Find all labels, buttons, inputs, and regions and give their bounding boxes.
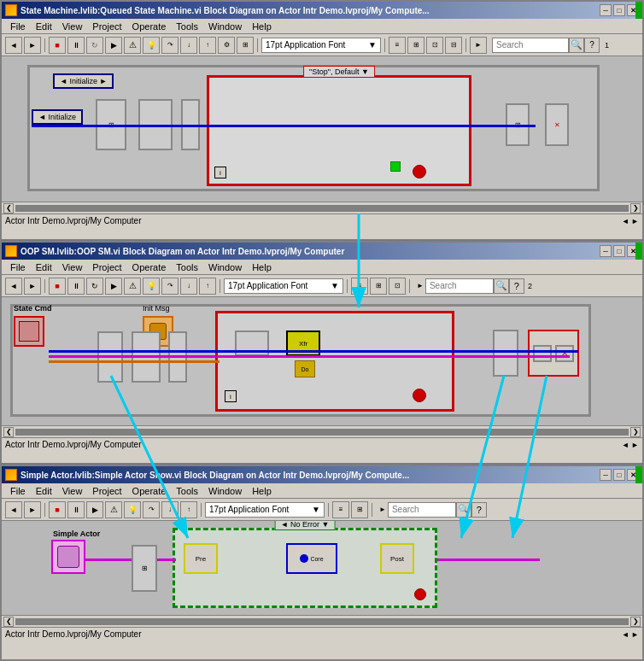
minimize-btn-2[interactable]: ─ <box>600 245 612 257</box>
warn-btn-3[interactable]: ⚠ <box>105 501 122 518</box>
minimize-btn-1[interactable]: ─ <box>600 4 612 16</box>
step-over-3[interactable]: ↷ <box>143 501 160 518</box>
settings-btn-1[interactable]: ⚙ <box>218 37 235 54</box>
run-btn-2[interactable]: ▶ <box>105 278 122 295</box>
back-btn-1[interactable]: ◄ <box>5 37 22 54</box>
search-btn-1[interactable]: 🔍 <box>569 38 584 53</box>
menu-help-2[interactable]: Help <box>247 262 277 272</box>
help-btn-2[interactable]: ? <box>509 278 524 294</box>
dist-btn-3[interactable]: ⊞ <box>351 501 368 518</box>
warn-btn-2[interactable]: ⚠ <box>124 278 141 295</box>
menu-operate-2[interactable]: Operate <box>127 262 172 272</box>
font-dropdown-1[interactable]: 17pt Application Font ▼ <box>261 38 381 53</box>
maximize-btn-1[interactable]: □ <box>613 4 625 16</box>
run-btn-1[interactable]: ▶ <box>105 37 122 54</box>
search-input-2[interactable] <box>425 278 494 294</box>
menu-window-2[interactable]: Window <box>203 262 247 272</box>
menu-help-3[interactable]: Help <box>247 486 277 496</box>
menu-file-2[interactable]: File <box>5 262 31 272</box>
menu-file-1[interactable]: File <box>5 21 31 32</box>
run-cont-btn-1[interactable]: ↻ <box>86 37 103 54</box>
search-input-1[interactable] <box>492 38 569 53</box>
step-out-2[interactable]: ↑ <box>199 278 216 295</box>
maximize-btn-3[interactable]: □ <box>613 469 625 481</box>
scroll-track-3[interactable] <box>15 618 629 625</box>
menu-operate-3[interactable]: Operate <box>127 486 172 496</box>
search-icon-btn-1[interactable]: ► <box>470 37 487 54</box>
search-btn-3[interactable]: 🔍 <box>456 502 471 518</box>
resize-btn-2[interactable]: ⊡ <box>389 278 406 295</box>
menu-project-1[interactable]: Project <box>87 21 126 32</box>
step-into-1[interactable]: ↓ <box>180 37 197 54</box>
dist-btn-1[interactable]: ⊞ <box>407 37 424 54</box>
menu-view-3[interactable]: View <box>57 486 88 496</box>
extra-btn-1a[interactable]: ⊞ <box>237 37 254 54</box>
menu-view-1[interactable]: View <box>57 21 88 32</box>
search-btn-2[interactable]: 🔍 <box>494 278 509 294</box>
scroll-left-3[interactable]: ❮ <box>3 617 14 627</box>
pause-btn-2[interactable]: ⏸ <box>67 278 85 295</box>
scroll-right-1[interactable]: ❯ <box>630 203 641 214</box>
stop-btn-3[interactable]: ■ <box>49 501 66 518</box>
help-btn-1[interactable]: ? <box>584 38 600 53</box>
highlight-btn-1[interactable]: 💡 <box>143 37 160 54</box>
forward-btn-3[interactable]: ► <box>24 501 41 518</box>
scrollbar-h-3[interactable]: ❮ ❯ <box>2 615 642 627</box>
menu-window-3[interactable]: Window <box>203 486 247 496</box>
info-btn-1[interactable]: i <box>214 167 226 178</box>
scrollbar-h-1[interactable]: ❮ ❯ <box>2 202 642 214</box>
align-btn-1[interactable]: ≡ <box>389 37 406 54</box>
font-dropdown-2[interactable]: 17pt Application Font ▼ <box>224 278 343 294</box>
back-btn-3[interactable]: ◄ <box>5 501 22 518</box>
warn-btn-1[interactable]: ⚠ <box>124 37 141 54</box>
step-out-1[interactable]: ↑ <box>199 37 216 54</box>
back-btn-2[interactable]: ◄ <box>5 278 22 295</box>
scroll-left-2[interactable]: ❮ <box>3 427 14 437</box>
order-btn-1[interactable]: ⊟ <box>445 37 462 54</box>
menu-tools-1[interactable]: Tools <box>171 21 203 32</box>
scroll-track-2[interactable] <box>15 429 629 436</box>
menu-operate-1[interactable]: Operate <box>127 21 172 32</box>
menu-window-1[interactable]: Window <box>203 21 247 32</box>
scroll-right-3[interactable]: ❯ <box>630 617 641 627</box>
stop-btn-2[interactable]: ■ <box>49 278 66 295</box>
menu-tools-3[interactable]: Tools <box>171 486 203 496</box>
step-over-1[interactable]: ↷ <box>161 37 179 54</box>
highlight-btn-3[interactable]: 💡 <box>124 501 141 518</box>
run-btn-3[interactable]: ▶ <box>86 501 103 518</box>
scroll-right-2[interactable]: ❯ <box>630 427 641 437</box>
menu-edit-1[interactable]: Edit <box>31 21 57 32</box>
resize-btn-1[interactable]: ⊡ <box>426 37 443 54</box>
scroll-left-1[interactable]: ❮ <box>3 203 14 214</box>
pause-btn-1[interactable]: ⏸ <box>67 37 85 54</box>
scrollbar-h-2[interactable]: ❮ ❯ <box>2 425 642 437</box>
step-into-2[interactable]: ↓ <box>180 278 197 295</box>
menu-file-3[interactable]: File <box>5 486 31 496</box>
font-dropdown-3[interactable]: 17pt Application Font ▼ <box>205 502 325 518</box>
forward-btn-1[interactable]: ► <box>24 37 41 54</box>
help-btn-3[interactable]: ? <box>471 502 487 518</box>
menu-edit-3[interactable]: Edit <box>31 486 57 496</box>
info-btn-2[interactable]: i <box>225 390 237 402</box>
menu-tools-2[interactable]: Tools <box>171 262 203 272</box>
stop-btn-1[interactable]: ■ <box>49 37 66 54</box>
align-btn-2[interactable]: ≡ <box>351 278 368 295</box>
step-out-3[interactable]: ↑ <box>180 501 197 518</box>
forward-btn-2[interactable]: ► <box>24 278 41 295</box>
search-input-3[interactable] <box>388 502 456 518</box>
pause-btn-3[interactable]: ⏸ <box>67 501 85 518</box>
maximize-btn-2[interactable]: □ <box>613 245 625 257</box>
run-cont-btn-2[interactable]: ↻ <box>86 278 103 295</box>
dist-btn-2[interactable]: ⊞ <box>370 278 387 295</box>
step-over-2[interactable]: ↷ <box>161 278 179 295</box>
step-into-3[interactable]: ↓ <box>161 501 179 518</box>
menu-project-3[interactable]: Project <box>87 486 126 496</box>
menu-view-2[interactable]: View <box>57 262 88 272</box>
scroll-track-1[interactable] <box>15 205 629 212</box>
menu-edit-2[interactable]: Edit <box>31 262 57 272</box>
menu-project-2[interactable]: Project <box>87 262 126 272</box>
highlight-btn-2[interactable]: 💡 <box>143 278 160 295</box>
menu-help-1[interactable]: Help <box>247 21 277 32</box>
align-btn-3[interactable]: ≡ <box>332 501 349 518</box>
minimize-btn-3[interactable]: ─ <box>600 469 612 481</box>
